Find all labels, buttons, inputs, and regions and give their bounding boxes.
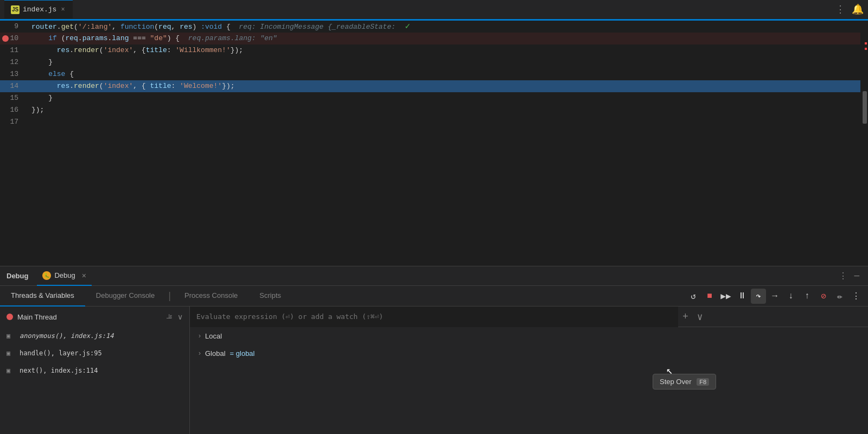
line-number-15: 15 <box>0 92 27 104</box>
expand-evaluate-button[interactable]: ∨ <box>693 311 707 323</box>
main-thread-item[interactable]: Main Thread ⫡ ∨ <box>0 307 189 327</box>
tab-process-console[interactable]: Process Console <box>174 286 248 307</box>
scrollbar-thumb[interactable] <box>863 91 867 124</box>
code-line-16: 16 }); <box>0 104 868 116</box>
scrollbar-annotation-2 <box>865 48 867 50</box>
pause-button[interactable]: ⏸ <box>735 289 750 304</box>
line-number-9: 9 <box>0 21 27 33</box>
local-expand-icon: › <box>199 332 201 340</box>
threads-panel: Main Thread ⫡ ∨ ▣ anonymous(), index.js:… <box>0 307 190 434</box>
tab-filename: index.js <box>23 5 56 14</box>
tab-scripts[interactable]: Scripts <box>248 286 292 307</box>
var-global-section[interactable]: › Global = global <box>199 344 859 362</box>
thread-status-dot <box>7 314 13 320</box>
code-line-13: 13 else { <box>0 68 868 80</box>
debug-tab-label: Debug <box>54 271 75 279</box>
frame-icon-1: ▣ <box>7 332 15 340</box>
stop-button[interactable]: ■ <box>702 289 717 304</box>
code-content-9: router.get('/:lang', function(req, res) … <box>27 21 868 33</box>
global-value: = global <box>230 349 255 358</box>
scrollbar-annotation-1 <box>865 42 867 44</box>
step-out-up-button[interactable]: ↑ <box>800 289 815 304</box>
breakpoint-dot-10 <box>2 35 9 42</box>
code-content-11: res.render('index', {title: 'Willkommen!… <box>27 44 868 56</box>
code-content-13: else { <box>27 68 868 80</box>
tab-debugger-console[interactable]: Debugger Console <box>85 286 165 307</box>
code-line-10: 10 if (req.params.lang === "de") { req.p… <box>0 33 868 44</box>
debug-tab-close-button[interactable]: × <box>82 271 86 280</box>
debug-panel-header: Debug 🐛 Debug × ⋮ — <box>0 266 868 286</box>
more-debug-button[interactable]: ⋮ <box>848 289 864 304</box>
frame-icon-2: ▣ <box>7 349 15 358</box>
minimize-button[interactable]: — <box>852 269 861 283</box>
code-line-11: 11 res.render('index', {title: 'Willkomm… <box>0 44 868 56</box>
more-options-button[interactable]: ⋮ <box>837 269 850 284</box>
add-watch-button[interactable]: + <box>678 311 693 322</box>
line-number-11: 11 <box>0 44 27 56</box>
code-line-9: 9 router.get('/:lang', function(req, res… <box>0 21 868 33</box>
code-content-16: }); <box>27 104 868 116</box>
line-number-14: 14 <box>0 80 27 92</box>
tab-bar-actions: ⋮ 🔔 <box>835 3 864 15</box>
code-content-10: if (req.params.lang === "de") { req.para… <box>27 33 868 44</box>
file-tab[interactable]: JS index.js × <box>4 0 73 19</box>
debug-tab-icon: 🐛 <box>42 271 51 280</box>
breakpoints-button[interactable]: ⊘ <box>816 289 831 304</box>
debug-tabs-row: Threads & Variables Debugger Console | P… <box>0 286 868 307</box>
restart-button[interactable]: ↺ <box>686 289 701 304</box>
right-panel: + ∨ › Local › Global = global <box>190 307 868 434</box>
code-editor: 9 router.get('/:lang', function(req, res… <box>0 21 868 270</box>
code-content-15: } <box>27 92 868 104</box>
tab-threads-variables[interactable]: Threads & Variables <box>0 286 85 307</box>
thread-filter-icon[interactable]: ⫡ <box>165 312 173 321</box>
frame-text-3: next(), index.js:114 <box>20 367 98 374</box>
frame-text-2: handle(), layer.js:95 <box>20 349 102 357</box>
code-content-14: res.render('index', { title: 'Welcome!'}… <box>27 80 868 92</box>
thread-chevron-icon[interactable]: ∨ <box>177 312 183 321</box>
tab-close-button[interactable]: × <box>60 5 66 15</box>
notification-icon[interactable]: 🔔 <box>852 3 864 15</box>
debug-content: Main Thread ⫡ ∨ ▣ anonymous(), index.js:… <box>0 307 868 434</box>
global-expand-icon: › <box>199 349 201 357</box>
tab-bar: JS index.js × ⋮ 🔔 <box>0 0 868 19</box>
line-number-16: 16 <box>0 104 27 116</box>
code-content-12: } <box>27 56 868 68</box>
code-line-15: 15 } <box>0 92 868 104</box>
stack-frame-1[interactable]: ▣ anonymous(), index.js:14 <box>0 327 189 344</box>
line-number-13: 13 <box>0 68 27 80</box>
evaluate-input[interactable] <box>190 307 678 327</box>
step-out-down-button[interactable]: ↓ <box>783 289 799 304</box>
more-options-icon[interactable]: ⋮ <box>835 3 845 15</box>
resume-button[interactable]: ▶▶ <box>718 289 733 304</box>
tab-separator: | <box>165 286 174 307</box>
edit-button[interactable]: ✏ <box>832 289 847 304</box>
step-over-button[interactable]: ↷ <box>751 289 766 304</box>
editor-scrollbar[interactable] <box>860 21 868 270</box>
var-local-section[interactable]: › Local <box>199 327 859 344</box>
code-line-17: 17 <box>0 116 868 128</box>
debug-panel-actions: ⋮ — <box>837 269 861 284</box>
frame-icon-3: ▣ <box>7 367 15 375</box>
code-line-12: 12 } <box>0 56 868 68</box>
step-into-button[interactable]: → <box>767 289 782 304</box>
global-label: Global <box>205 349 226 358</box>
code-content-17 <box>27 116 868 128</box>
stack-frame-2[interactable]: ▣ handle(), layer.js:95 <box>0 344 189 362</box>
line-number-12: 12 <box>0 56 27 68</box>
thread-name: Main Thread <box>17 313 161 321</box>
code-line-14: 14 res.render('index', { title: 'Welcome… <box>0 80 868 92</box>
debug-panel: Debug 🐛 Debug × ⋮ — Threads & Variables … <box>0 266 868 434</box>
line-number-10: 10 <box>0 33 27 44</box>
debug-tab-active[interactable]: 🐛 Debug × <box>37 266 92 286</box>
debug-toolbar: ↺ ■ ▶▶ ⏸ ↷ → ↓ ↑ ⊘ ✏ ⋮ <box>681 289 868 304</box>
js-icon: JS <box>11 5 20 14</box>
evaluate-row: + ∨ <box>190 307 868 327</box>
local-label: Local <box>205 332 222 340</box>
stack-frame-3[interactable]: ▣ next(), index.js:114 <box>0 362 189 379</box>
debug-label: Debug <box>7 272 28 280</box>
frame-text-1: anonymous(), index.js:14 <box>20 332 113 340</box>
variables-panel: › Local › Global = global <box>190 327 868 434</box>
line-number-17: 17 <box>0 116 27 128</box>
